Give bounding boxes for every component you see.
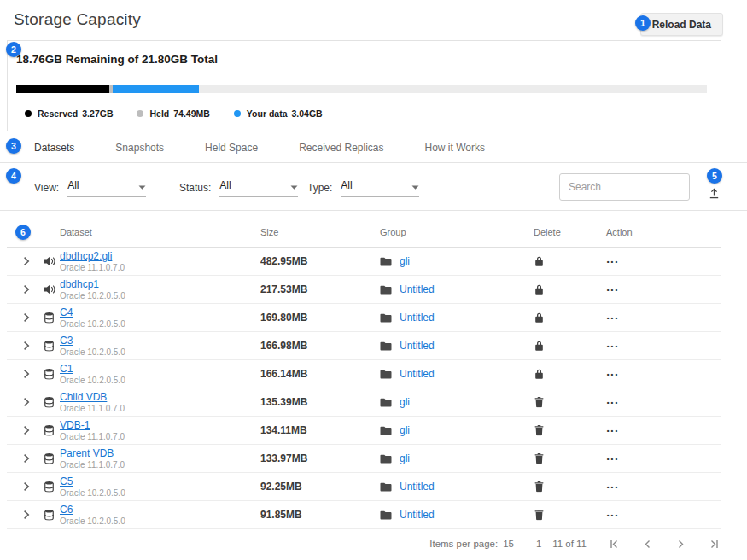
dataset-name-link[interactable]: C1: [60, 364, 125, 375]
table-row: VDB-1 Oracle 11.1.0.7.0 134.11MB gli •••: [7, 417, 721, 445]
group-link[interactable]: Untitled: [400, 283, 435, 295]
capacity-segment-your-data: [113, 85, 198, 93]
group-column-header: Group: [380, 227, 406, 237]
dataset-name-link[interactable]: C5: [60, 476, 125, 487]
trash-icon[interactable]: [529, 481, 548, 493]
expand-chevron-icon[interactable]: [23, 313, 30, 323]
dataset-version: Oracle 10.2.0.5.0: [60, 488, 125, 498]
vdb-icon: [44, 425, 54, 436]
expand-chevron-icon[interactable]: [23, 482, 30, 492]
type-filter-select[interactable]: All: [341, 178, 419, 197]
table-row: C5 Oracle 10.2.0.5.0 92.25MB Untitled ••…: [7, 473, 721, 501]
group-link[interactable]: gli: [400, 452, 410, 464]
tab-snapshots[interactable]: Snapshots: [115, 142, 164, 154]
caret-down-icon: [138, 178, 146, 193]
dsource-icon: [44, 256, 55, 266]
legend-label: Reserved: [38, 108, 78, 119]
dataset-version: Oracle 11.1.0.7.0: [60, 263, 125, 272]
type-filter-value: All: [341, 179, 352, 191]
dataset-name-link[interactable]: dbdhcp2:gli: [60, 251, 125, 262]
search-input[interactable]: [559, 173, 690, 201]
expand-chevron-icon[interactable]: [23, 510, 30, 520]
table-row: C1 Oracle 10.2.0.5.0 166.14MB Untitled •…: [7, 360, 721, 388]
more-actions-button[interactable]: •••: [602, 483, 624, 491]
tab-how-it-works[interactable]: How it Works: [425, 142, 485, 154]
tab-received-replicas[interactable]: Received Replicas: [299, 142, 383, 154]
prev-page-button[interactable]: [642, 539, 653, 550]
more-actions-button[interactable]: •••: [602, 455, 624, 463]
group-cell: Untitled: [380, 283, 435, 295]
group-link[interactable]: gli: [400, 396, 410, 408]
folder-icon: [380, 398, 392, 407]
group-link[interactable]: gli: [400, 424, 410, 436]
filter-bar: View: All Status: All Type: All: [0, 164, 747, 211]
more-actions-button[interactable]: •••: [602, 427, 624, 435]
more-actions-button[interactable]: •••: [602, 399, 624, 406]
group-link[interactable]: Untitled: [400, 312, 435, 324]
expand-chevron-icon[interactable]: [23, 341, 30, 351]
last-page-button[interactable]: [709, 539, 720, 550]
dataset-name-link[interactable]: Child VDB: [60, 392, 125, 403]
lock-icon[interactable]: [529, 312, 548, 324]
more-actions-button[interactable]: •••: [602, 342, 624, 350]
expand-chevron-icon[interactable]: [23, 285, 30, 295]
dataset-name-link[interactable]: C4: [60, 307, 125, 318]
folder-icon: [380, 454, 392, 464]
dataset-name-link[interactable]: VDB-1: [60, 420, 125, 431]
table-row: Child VDB Oracle 11.1.0.7.0 135.39MB gli…: [7, 388, 721, 417]
trash-icon[interactable]: [529, 510, 548, 521]
more-actions-button[interactable]: •••: [602, 511, 624, 519]
dataset-cell: C5 Oracle 10.2.0.5.0: [60, 476, 125, 498]
expand-chevron-icon[interactable]: [23, 426, 30, 435]
group-link[interactable]: gli: [400, 255, 410, 267]
held-dot-icon: [137, 110, 143, 117]
expand-chevron-icon[interactable]: [23, 370, 30, 379]
more-actions-button[interactable]: •••: [602, 370, 624, 378]
group-link[interactable]: Untitled: [400, 340, 435, 352]
dataset-name-link[interactable]: C6: [60, 505, 125, 516]
next-page-button[interactable]: [675, 539, 686, 550]
reload-data-button[interactable]: Reload Data: [640, 13, 723, 36]
lock-icon[interactable]: [529, 369, 548, 380]
more-actions-button[interactable]: •••: [602, 258, 624, 265]
trash-icon[interactable]: [529, 425, 548, 436]
items-per-page-value[interactable]: 15: [503, 539, 514, 549]
trash-icon[interactable]: [529, 397, 548, 408]
expand-chevron-icon[interactable]: [23, 398, 30, 407]
storage-capacity-page: Storage Capacity Reload Data 18.76GB Rem…: [0, 0, 747, 560]
more-actions-button[interactable]: •••: [602, 314, 624, 322]
lock-icon[interactable]: [529, 256, 548, 267]
dataset-name-link[interactable]: C3: [60, 335, 125, 347]
status-filter-select[interactable]: All: [219, 178, 298, 197]
view-filter-label: View:: [34, 182, 59, 197]
tab-datasets[interactable]: Datasets: [34, 142, 74, 154]
folder-icon: [380, 313, 392, 323]
trash-icon[interactable]: [529, 453, 548, 464]
group-link[interactable]: Untitled: [400, 481, 435, 493]
callout-2: 2: [6, 42, 21, 57]
dataset-name-link[interactable]: dbdhcp1: [60, 279, 125, 290]
dataset-name-link[interactable]: Parent VDB: [60, 448, 125, 459]
tab-held-space[interactable]: Held Space: [205, 142, 258, 154]
capacity-panel: 18.76GB Remaining of 21.80GB Total Reser…: [7, 40, 721, 131]
expand-chevron-icon[interactable]: [23, 454, 30, 464]
capacity-summary: 18.76GB Remaining of 21.80GB Total: [16, 53, 218, 66]
export-icon[interactable]: [708, 187, 721, 200]
group-cell: Untitled: [380, 340, 435, 352]
group-cell: Untitled: [380, 312, 435, 324]
group-link[interactable]: Untitled: [400, 368, 435, 380]
first-page-button[interactable]: [609, 539, 620, 550]
group-link[interactable]: Untitled: [400, 509, 435, 521]
reserved-dot-icon: [25, 110, 32, 117]
dataset-version: Oracle 10.2.0.5.0: [60, 319, 125, 329]
lock-icon[interactable]: [529, 284, 548, 295]
lock-icon[interactable]: [529, 341, 548, 352]
view-filter-select[interactable]: All: [67, 178, 146, 197]
more-actions-button[interactable]: •••: [602, 286, 624, 294]
legend-value: 74.49MB: [173, 108, 210, 119]
table-row: C3 Oracle 10.2.0.5.0 166.98MB Untitled •…: [7, 332, 721, 360]
expand-chevron-icon[interactable]: [23, 257, 30, 266]
group-cell: Untitled: [380, 509, 435, 521]
group-cell: Untitled: [380, 368, 435, 380]
table-row: dbdhcp1 Oracle 10.2.0.5.0 217.53MB Untit…: [7, 276, 721, 304]
